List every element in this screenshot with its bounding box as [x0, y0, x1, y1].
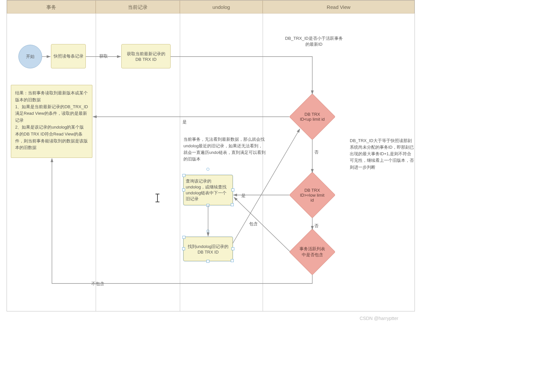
- lane-divider-1: [96, 13, 96, 311]
- result-box: 结果：当前事务读取到最新版本或某个版本的旧数据 1、如果是当前最新记录的DB_T…: [11, 85, 92, 158]
- side-note: DB_TRX_ID大于等于快照读那刻系统尚未分配的事务ID，即那刻已出现的最大事…: [350, 137, 414, 171]
- decision-1-label: DB TRX ID<up limit id: [298, 112, 326, 122]
- query-undo-process[interactable]: 查询该记录的undolog，或继续查找undolog链表中下一个旧记录: [183, 175, 233, 205]
- get-trx-process: 获取当前最新记录的 DB TRX ID: [121, 44, 171, 68]
- sel-handle-s[interactable]: [206, 204, 209, 207]
- start-label: 开始: [26, 54, 35, 60]
- sel-handle-e[interactable]: [231, 188, 234, 191]
- yes-label: 是: [182, 119, 187, 125]
- contain-label: 包含: [249, 221, 258, 227]
- lane-header-1: 当前记录: [96, 0, 180, 13]
- text-cursor-icon: [157, 194, 158, 202]
- decision-3-label: 事务活跃列表中是否包含: [298, 246, 326, 258]
- lane-divider-2: [180, 13, 180, 311]
- sel2-handle-w[interactable]: [182, 247, 185, 250]
- top-note: DB_TRX_ID是否小于活跃事务的最新ID: [284, 36, 344, 47]
- snapshot-process: 快照读每条记录: [51, 44, 86, 68]
- lane-header-0: 事务: [7, 0, 96, 13]
- sel-rotate-handle[interactable]: [206, 168, 209, 171]
- sel2-handle-e[interactable]: [231, 247, 234, 250]
- watermark: CSDN @harryptter: [360, 316, 398, 321]
- found-undo-label: 找到undolog旧记录的DB TRX ID: [186, 244, 230, 255]
- no2-label: 否: [314, 223, 319, 229]
- result-text: 结果：当前事务读取到最新版本或某个版本的旧数据 1、如果是当前最新记录的DB_T…: [15, 90, 88, 151]
- snapshot-label: 快照读每条记录: [54, 53, 83, 59]
- acquire-label: 获取: [99, 53, 108, 59]
- sel-handle-w[interactable]: [182, 188, 185, 191]
- sel2-handle-s[interactable]: [206, 260, 209, 263]
- found-undo-process[interactable]: 找到undolog旧记录的DB TRX ID: [183, 237, 233, 261]
- yes2-label: 是: [241, 193, 246, 199]
- query-undo-label: 查询该记录的undolog，或继续查找undolog链表中下一个旧记录: [186, 178, 230, 202]
- undolog-note: 当前事务，无法看到最新数据，那么就会找undolog最近的旧记录，如果还无法看到…: [183, 136, 266, 163]
- no1-label: 否: [314, 149, 319, 155]
- notcontain-label: 不包含: [91, 281, 104, 287]
- start-node: 开始: [18, 45, 42, 68]
- get-trx-label: 获取当前最新记录的 DB TRX ID: [124, 51, 168, 62]
- sel2-rotate-handle[interactable]: [206, 230, 209, 233]
- lane-header-3: Read View: [263, 0, 415, 13]
- decision-2-label: DB TRX ID>=low limit id: [298, 188, 326, 203]
- lane-header-2: undolog: [180, 0, 263, 13]
